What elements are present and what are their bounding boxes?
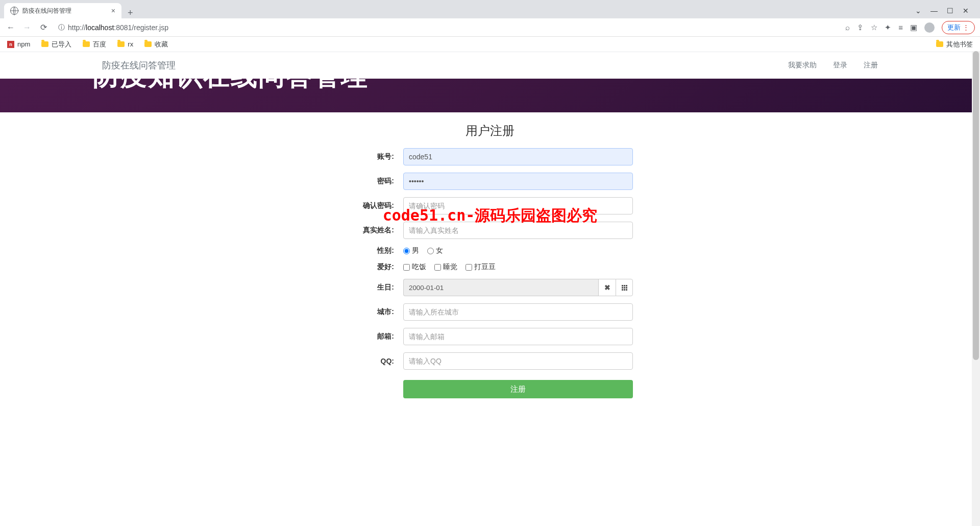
page-banner: 防疫知识在线问答管理	[0, 79, 980, 112]
birthday-label: 生日:	[347, 283, 403, 292]
bookmark-rx[interactable]: rx	[117, 40, 133, 48]
url-text: http://localhost:8081/register.jsp	[68, 23, 168, 32]
tab-title: 防疫在线问答管理	[22, 7, 71, 15]
site-info-icon[interactable]: ⓘ	[58, 23, 65, 32]
account-label: 账号:	[347, 152, 403, 161]
tab-bar: 防疫在线问答管理 × + ⌄ — ☐ ✕	[0, 0, 980, 18]
nav-login[interactable]: 登录	[833, 61, 847, 70]
form-title: 用户注册	[347, 123, 633, 139]
bookmark-other[interactable]: 其他书签	[936, 40, 973, 49]
password-input[interactable]	[403, 173, 633, 190]
calendar-grid-icon	[622, 285, 627, 291]
gender-female-radio[interactable]	[427, 248, 434, 254]
scrollbar-thumb[interactable]	[973, 51, 979, 360]
close-tab-icon[interactable]: ×	[111, 7, 115, 15]
city-label: 城市:	[347, 307, 403, 317]
email-input[interactable]	[403, 328, 633, 345]
realname-label: 真实姓名:	[347, 226, 403, 235]
browser-toolbar: ← → ⟳ ⓘ http://localhost:8081/register.j…	[0, 18, 980, 37]
forward-button[interactable]: →	[21, 23, 33, 32]
hobby-play-option[interactable]: 打豆豆	[465, 262, 496, 272]
gender-label: 性别:	[347, 246, 403, 255]
email-label: 邮箱:	[347, 332, 403, 341]
nav-register[interactable]: 注册	[864, 61, 878, 70]
account-input[interactable]	[403, 148, 633, 165]
window-controls: ⌄ — ☐ ✕	[915, 7, 976, 15]
qq-input[interactable]	[403, 352, 633, 370]
share-icon[interactable]: ⇪	[857, 23, 864, 32]
gender-female-option[interactable]: 女	[427, 246, 443, 255]
confirm-label: 确认密码:	[347, 201, 403, 210]
bookmark-baidu[interactable]: 百度	[83, 40, 106, 49]
vertical-scrollbar[interactable]	[972, 51, 980, 416]
extensions-icon[interactable]: ✦	[885, 23, 891, 32]
city-input[interactable]	[403, 303, 633, 321]
register-submit-button[interactable]: 注册	[403, 380, 633, 398]
browser-tab[interactable]: 防疫在线问答管理 ×	[4, 3, 121, 18]
key-icon[interactable]: ⌕	[845, 23, 850, 32]
hobby-label: 爱好:	[347, 262, 403, 272]
banner-title: 防疫知识在线问答管理	[93, 79, 369, 94]
reading-list-icon[interactable]: ≡	[898, 23, 903, 32]
bookmark-favorites[interactable]: 收藏	[144, 40, 168, 49]
birthday-picker-button[interactable]	[616, 279, 633, 296]
realname-input[interactable]	[403, 222, 633, 239]
hobby-sleep-option[interactable]: 睡觉	[434, 262, 457, 272]
bookmarks-bar: nnpm 已导入 百度 rx 收藏 其他书签	[0, 37, 980, 52]
hobby-eat-checkbox[interactable]	[403, 264, 410, 271]
update-button[interactable]: 更新 ⋮	[942, 21, 975, 34]
address-bar[interactable]: ⓘ http://localhost:8081/register.jsp	[54, 21, 840, 34]
gender-male-option[interactable]: 男	[403, 246, 419, 255]
side-panel-icon[interactable]: ▣	[910, 23, 917, 32]
globe-icon	[10, 7, 18, 15]
bookmark-imported[interactable]: 已导入	[41, 40, 71, 49]
register-form: 用户注册 账号: 密码: 确认密码: 真实姓名: 性别: 男 女 爱好: 吃饭 …	[347, 112, 633, 416]
gender-male-radio[interactable]	[403, 248, 410, 254]
new-tab-button[interactable]: +	[121, 8, 139, 18]
qq-label: QQ:	[347, 357, 403, 365]
x-icon: ✖	[604, 283, 610, 292]
brand-title[interactable]: 防疫在线问答管理	[102, 59, 176, 71]
hobby-eat-option[interactable]: 吃饭	[403, 262, 426, 272]
hobby-sleep-checkbox[interactable]	[434, 264, 441, 271]
chevron-down-icon[interactable]: ⌄	[915, 7, 921, 15]
page-navbar: 防疫在线问答管理 我要求助 登录 注册	[0, 52, 980, 79]
birthday-input[interactable]	[403, 279, 598, 296]
maximize-icon[interactable]: ☐	[947, 7, 953, 15]
bookmark-npm[interactable]: nnpm	[7, 40, 30, 48]
browser-chrome: 防疫在线问答管理 × + ⌄ — ☐ ✕ ← → ⟳ ⓘ http://loca…	[0, 0, 980, 52]
password-label: 密码:	[347, 177, 403, 186]
minimize-icon[interactable]: —	[930, 7, 938, 15]
star-icon[interactable]: ☆	[871, 23, 877, 32]
back-button[interactable]: ←	[5, 23, 16, 32]
close-window-icon[interactable]: ✕	[963, 7, 969, 15]
reload-button[interactable]: ⟳	[38, 22, 49, 32]
birthday-clear-button[interactable]: ✖	[598, 279, 616, 296]
hobby-play-checkbox[interactable]	[465, 264, 472, 271]
nav-help[interactable]: 我要求助	[788, 61, 817, 70]
profile-avatar-icon[interactable]	[924, 22, 935, 33]
confirm-password-input[interactable]	[403, 197, 633, 214]
